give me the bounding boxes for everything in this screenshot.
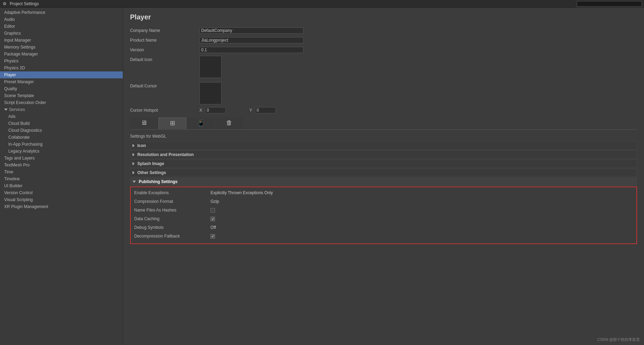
main-layout: Adaptive Performance Audio Editor Graphi…: [0, 8, 644, 345]
sidebar-item-ui-builder[interactable]: UI Builder: [0, 182, 123, 189]
splash-section-triangle: [132, 162, 135, 165]
sidebar-item-quality[interactable]: Quality: [0, 85, 123, 92]
enable-exceptions-label: Enable Exceptions: [134, 190, 211, 195]
default-icon-box: [199, 56, 222, 78]
company-name-input[interactable]: [199, 27, 303, 34]
android-icon: 📱: [197, 119, 205, 127]
publishing-section-label: Publishing Settings: [139, 179, 178, 184]
cursor-hotspot-row: Cursor Hotspot X Y: [130, 107, 637, 113]
sidebar-item-memory-settings[interactable]: Memory Settings: [0, 44, 123, 51]
platform-tab-webgl[interactable]: ⊞: [158, 118, 186, 129]
sidebar-item-ads[interactable]: Ads: [0, 113, 123, 120]
content-area: Player Company Name Product Name Version…: [123, 8, 644, 345]
sidebar-section-services[interactable]: Services: [0, 106, 123, 113]
sidebar-item-time[interactable]: Time: [0, 169, 123, 175]
sidebar-item-preset-manager[interactable]: Preset Manager: [0, 78, 123, 85]
product-name-row: Product Name: [130, 36, 637, 44]
sidebar-item-package-manager[interactable]: Package Manager: [0, 51, 123, 58]
sidebar-item-visual-scripting[interactable]: Visual Scripting: [0, 196, 123, 203]
hotspot-x-input[interactable]: [205, 107, 226, 113]
splash-section-label: Splash Image: [137, 161, 164, 166]
sidebar-item-physics[interactable]: Physics: [0, 58, 123, 64]
sidebar-item-input-manager[interactable]: Input Manager: [0, 37, 123, 44]
sidebar-item-textmesh-pro[interactable]: TextMesh Pro: [0, 162, 123, 169]
name-files-label: Name Files As Hashes: [134, 208, 211, 213]
resolution-section-label: Resolution and Presentation: [137, 152, 194, 157]
sidebar-item-collaborate[interactable]: Collaborate: [0, 134, 123, 141]
sidebar-item-tags-and-layers[interactable]: Tags and Layers: [0, 155, 123, 162]
default-icon-area: Default Icon: [130, 56, 637, 78]
settings-icon: ⚙: [3, 1, 8, 6]
section-other: Other Settings: [130, 169, 637, 177]
pub-row-enable-exceptions: Enable Exceptions Explicitly Thrown Exce…: [134, 189, 633, 196]
cursor-hotspot-label: Cursor Hotspot: [130, 108, 199, 113]
section-header-publishing[interactable]: Publishing Settings: [130, 178, 637, 186]
decompression-fallback-checkbox[interactable]: [211, 234, 215, 239]
name-files-checkbox[interactable]: [211, 208, 215, 213]
section-splash: Splash Image: [130, 159, 637, 168]
sidebar-item-scene-template[interactable]: Scene Template: [0, 92, 123, 99]
sidebar-item-legacy-analytics[interactable]: Legacy Analytics: [0, 148, 123, 155]
compression-format-value: Gzip: [211, 199, 219, 204]
data-caching-label: Data Caching: [134, 216, 211, 221]
sidebar-item-editor[interactable]: Editor: [0, 23, 123, 30]
page-title: Player: [130, 13, 637, 21]
sidebar-item-graphics[interactable]: Graphics: [0, 30, 123, 37]
sidebar-item-cloud-build[interactable]: Cloud Build: [0, 120, 123, 127]
services-triangle-icon: [4, 109, 8, 111]
version-input[interactable]: [199, 47, 303, 53]
hotspot-x-coord: X: [199, 107, 226, 113]
other-section-label: Other Settings: [137, 170, 166, 175]
section-resolution: Resolution and Presentation: [130, 150, 637, 159]
debug-symbols-value: Off: [211, 225, 216, 230]
hotspot-x-label: X: [199, 108, 204, 113]
sidebar-item-player[interactable]: Player: [0, 71, 123, 78]
data-caching-checkbox[interactable]: [211, 217, 215, 221]
sidebar-item-physics-2d[interactable]: Physics 2D: [0, 64, 123, 71]
version-row: Version: [130, 46, 637, 54]
sidebar-item-script-execution-order[interactable]: Script Execution Order: [0, 99, 123, 106]
sidebar-item-adaptive-performance[interactable]: Adaptive Performance: [0, 9, 123, 16]
section-header-splash[interactable]: Splash Image: [130, 159, 637, 168]
standalone-icon: 🖥: [141, 119, 147, 127]
pub-row-debug-symbols: Debug Symbols Off: [134, 224, 633, 231]
company-name-row: Company Name: [130, 27, 637, 34]
sidebar-item-xr-plugin-management[interactable]: XR Plugin Management: [0, 203, 123, 210]
other-section-triangle: [132, 171, 135, 174]
section-header-other[interactable]: Other Settings: [130, 169, 637, 177]
debug-symbols-label: Debug Symbols: [134, 225, 211, 230]
hotspot-y-input[interactable]: [255, 107, 276, 113]
compression-format-label: Compression Format: [134, 199, 211, 204]
sidebar-item-cloud-diagnostics[interactable]: Cloud Diagnostics: [0, 127, 123, 134]
sidebar-item-in-app-purchasing[interactable]: In-App Purchasing: [0, 141, 123, 148]
hotspot-y-coord: Y: [249, 107, 276, 113]
watermark: CSDN @那个村的李富贵: [598, 337, 640, 342]
search-input[interactable]: [577, 1, 642, 7]
sidebar-item-timeline[interactable]: Timeline: [0, 175, 123, 182]
decompression-fallback-label: Decompression Fallback: [134, 234, 211, 239]
company-name-label: Company Name: [130, 28, 199, 33]
enable-exceptions-value: Explicitly Thrown Exceptions Only: [211, 190, 273, 195]
title-bar-text: Project Settings: [10, 1, 39, 6]
default-cursor-box: [199, 82, 222, 104]
sidebar: Adaptive Performance Audio Editor Graphi…: [0, 8, 123, 345]
platform-tab-ios[interactable]: 🗑: [215, 118, 243, 129]
title-bar: ⚙ Project Settings: [0, 0, 644, 8]
pub-row-compression-format: Compression Format Gzip: [134, 198, 633, 205]
icon-section-triangle: [132, 144, 135, 147]
sidebar-item-audio[interactable]: Audio: [0, 16, 123, 23]
section-header-resolution[interactable]: Resolution and Presentation: [130, 150, 637, 159]
version-label: Version: [130, 48, 199, 52]
section-header-icon[interactable]: Icon: [130, 141, 637, 150]
product-name-input[interactable]: [199, 37, 303, 43]
search-bar-top[interactable]: [575, 0, 644, 8]
platform-tab-android[interactable]: 📱: [187, 118, 215, 129]
pub-row-decompression-fallback: Decompression Fallback: [134, 233, 633, 240]
publishing-section-triangle: [132, 181, 136, 183]
platform-tabs: 🖥 ⊞ 📱 🗑: [130, 118, 637, 130]
section-icon: Icon: [130, 141, 637, 150]
sidebar-item-version-control[interactable]: Version Control: [0, 189, 123, 196]
webgl-icon: ⊞: [170, 119, 175, 127]
platform-tab-standalone[interactable]: 🖥: [130, 118, 158, 129]
resolution-section-triangle: [132, 153, 135, 156]
